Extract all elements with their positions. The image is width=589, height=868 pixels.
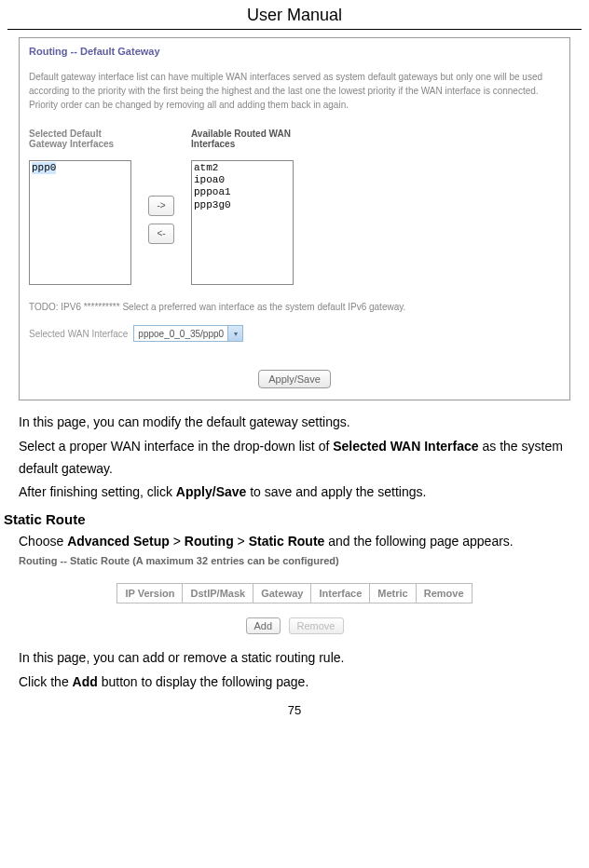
static-route-panel: Routing -- Static Route (A maximum 32 en… (19, 555, 570, 634)
paragraph: After finishing setting, click Apply/Sav… (19, 481, 570, 504)
paragraph: Click the Add button to display the foll… (19, 671, 570, 694)
selected-interfaces-listbox[interactable]: ppp0 (29, 160, 131, 285)
column-header: Gateway (253, 584, 311, 603)
add-button[interactable]: Add (246, 617, 281, 634)
list-item[interactable]: ppp0 (32, 162, 56, 174)
column-header: DstIP/Mask (183, 584, 253, 603)
chevron-down-icon: ▾ (227, 326, 242, 341)
remove-button[interactable]: Remove (289, 617, 344, 634)
panel-description: Default gateway interface list can have … (29, 70, 560, 112)
column-header: Interface (311, 584, 370, 603)
paragraph: Choose Advanced Setup > Routing > Static… (19, 531, 570, 553)
page-header: User Manual (7, 0, 582, 30)
static-route-title: Routing -- Static Route (A maximum 32 en… (19, 555, 570, 566)
available-interfaces-label: Available Routed WAN Interfaces (191, 129, 294, 155)
static-route-heading: Static Route (4, 511, 585, 527)
ipv6-todo-text: TODO: IPV6 ********** Select a preferred… (29, 302, 560, 312)
available-interfaces-listbox[interactable]: atm2 ipoa0 pppoa1 ppp3g0 (191, 160, 294, 285)
selected-interfaces-column: Selected Default Gateway Interfaces ppp0 (29, 129, 131, 285)
panel-title: Routing -- Default Gateway (29, 46, 560, 57)
selected-wan-label: Selected WAN Interface (29, 329, 128, 339)
list-item[interactable]: ipoa0 (194, 174, 291, 186)
column-header: Metric (370, 584, 416, 603)
paragraph: Select a proper WAN interface in the dro… (19, 436, 570, 481)
list-item[interactable]: pppoa1 (194, 186, 291, 198)
dropdown-value: pppoe_0_0_35/ppp0 (134, 329, 227, 339)
static-route-table: IP Version DstIP/Mask Gateway Interface … (116, 583, 472, 604)
selected-interfaces-label: Selected Default Gateway Interfaces (29, 129, 131, 155)
column-header: Remove (417, 584, 472, 603)
default-gateway-panel: Routing -- Default Gateway Default gatew… (19, 37, 570, 400)
apply-save-button[interactable]: Apply/Save (258, 370, 331, 388)
list-item[interactable]: atm2 (194, 162, 291, 174)
move-left-button[interactable]: <- (148, 224, 174, 244)
list-item[interactable]: ppp3g0 (194, 199, 291, 211)
move-right-button[interactable]: -> (148, 196, 174, 216)
page-number: 75 (0, 703, 589, 725)
paragraph: In this page, you can add or remove a st… (19, 647, 570, 670)
available-interfaces-column: Available Routed WAN Interfaces atm2 ipo… (191, 129, 294, 285)
paragraph: In this page, you can modify the default… (19, 412, 570, 434)
selected-wan-dropdown[interactable]: pppoe_0_0_35/ppp0 ▾ (133, 325, 243, 342)
column-header: IP Version (117, 584, 183, 603)
